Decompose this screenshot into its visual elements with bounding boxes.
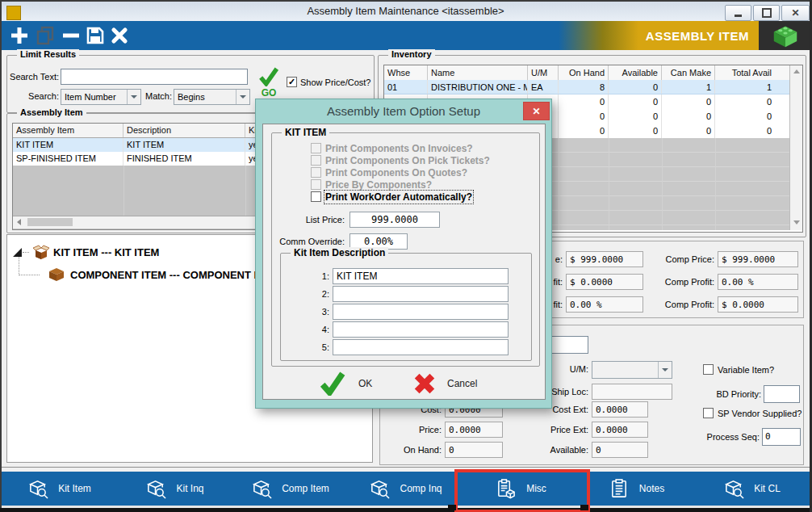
col-on-hand[interactable]: On Hand [559,65,609,80]
desc-line-3-value[interactable] [333,304,509,320]
cancel-label: Cancel [447,378,477,389]
scroll-up-icon[interactable] [793,69,800,73]
print-workorder-label[interactable]: Print WorkOrder Automatically? [325,191,472,203]
close-button[interactable]: ✕ [781,5,810,21]
assembly-item-option-setup-dialog: Assembly Item Option Setup ✕ KIT ITEM Pr… [255,99,552,409]
variable-item-checkbox[interactable] [703,364,714,375]
print-workorder-checkbox[interactable] [311,191,321,202]
kit-inq-button[interactable]: Kit Inq [117,472,232,506]
dialog-close-button[interactable]: ✕ [523,102,550,120]
search-text-input[interactable] [61,69,248,85]
desc-line-2-value[interactable] [333,286,509,302]
green-check-icon [257,67,280,86]
annotation-handle [448,505,456,510]
price-field: 0.0000 [445,422,503,438]
ship-loc-field[interactable] [592,384,672,400]
green-block-icon [770,23,801,48]
save-button[interactable] [86,26,105,45]
bd-priority-label: BD Priority: [697,389,761,399]
desc-line-5-input[interactable] [333,339,509,355]
brand-label: ASSEMBLY ITEM [646,29,749,43]
bd-priority-input[interactable] [764,385,800,403]
match-value: Begins [178,92,205,102]
col-available[interactable]: Available [609,65,662,80]
close-icon: ✕ [791,8,799,18]
ok-button[interactable]: OK [320,370,408,397]
delete-button[interactable] [61,26,81,45]
search-field-value: Item Number [65,92,116,102]
save-icon [86,26,105,45]
col-description[interactable]: Description [123,124,245,137]
sp-vendor-checkbox[interactable] [703,408,714,418]
comp-item-button[interactable]: Comp Item [232,472,348,506]
minus-icon [61,26,81,45]
x-icon [110,26,129,45]
add-button[interactable] [10,26,29,45]
kit-item-button[interactable]: Kit Item [2,472,117,506]
col-can-make[interactable]: Can Make [662,65,715,80]
cell-can-make: 1 [662,80,715,94]
desc-line-4-input[interactable] [333,321,509,338]
cancel-button[interactable] [110,26,129,45]
match-select[interactable]: Begins [174,89,250,105]
process-seq-input[interactable]: 0 [762,428,801,446]
scroll-left-icon[interactable] [17,219,21,225]
scroll-down-icon[interactable] [793,220,800,225]
annotation-handle [580,505,588,510]
tree-connector [19,275,40,275]
cell-name: DISTRIBUTION ONE - MA [428,80,528,94]
show-price-cost-checkbox[interactable] [287,77,297,87]
print-components-pick-tickets-checkbox [311,155,321,166]
vertical-scrollbar[interactable] [789,65,803,230]
desc-line-5-value[interactable] [333,339,509,355]
search-field-select[interactable]: Item Number [61,89,141,105]
tree-node-component-item[interactable]: COMPONENT ITEM --- COMPONENT ITEM [41,266,279,283]
cell-assembly-item: KIT ITEM [13,138,123,152]
col-name[interactable]: Name [428,65,528,80]
comp-profit-label: Comp Profit: [647,277,714,287]
table-row[interactable]: 01 DISTRIBUTION ONE - MA EA 8 0 1 1 [384,80,802,94]
on-hand-field: 0 [445,442,503,458]
dialog-title: Assembly Item Option Setup [256,99,551,124]
scrollbar-thumb[interactable] [27,218,73,226]
desc-line-3-input[interactable] [333,304,509,320]
desc-line-1-input[interactable] [333,268,509,284]
cancel-button[interactable]: Cancel [413,370,510,397]
go-button[interactable]: GO [256,67,282,99]
comp-inq-button[interactable]: Comp Inq [348,472,463,506]
um-select[interactable] [592,361,672,379]
col-assembly-item[interactable]: Assembly Item [13,124,123,137]
minimize-button[interactable] [725,5,751,21]
tree-expander-icon[interactable] [12,247,23,258]
window-border-left [0,0,2,512]
close-icon: ✕ [532,106,540,117]
notes-icon [609,478,630,499]
dialog-content: KIT ITEM Print Components On Invoices? P… [262,124,546,400]
desc-line-3-label: 3: [281,307,329,317]
maximize-button[interactable] [753,5,780,21]
col-whse[interactable]: Whse [384,65,428,80]
desc-line-4-value[interactable] [333,321,509,338]
cell-can-make: 0 [662,124,715,138]
desc-line-2-input[interactable] [333,286,509,302]
comm-override-label: Comm Override: [272,237,345,246]
desc-line-1-value[interactable] [333,268,509,284]
comp-profit-field: 0.00 % [718,274,798,290]
profit-field: $ 0.0000 [566,274,643,290]
grid-line [715,138,716,230]
col-total-avail[interactable]: Total Avail [715,65,789,80]
list-price-field[interactable]: 999.0000 [349,212,440,228]
cell-description: KIT ITEM [123,138,245,152]
tree-node-kit-item[interactable]: KIT ITEM --- KIT ITEM [12,243,159,261]
notes-button[interactable]: Notes [579,472,694,506]
comp-profit2-field: $ 0.0000 [718,296,798,313]
kit-cl-button[interactable]: Kit CL [694,472,810,506]
chevron-down-icon [658,362,672,378]
brand-logo-button[interactable] [759,21,811,50]
copy-button[interactable] [36,26,55,45]
process-seq-label: Process Seq: [687,432,760,442]
cell-available: 0 [609,80,662,94]
cell-total-avail: 0 [715,94,789,109]
col-um[interactable]: U/M [528,65,559,80]
copy-icon [36,26,55,45]
